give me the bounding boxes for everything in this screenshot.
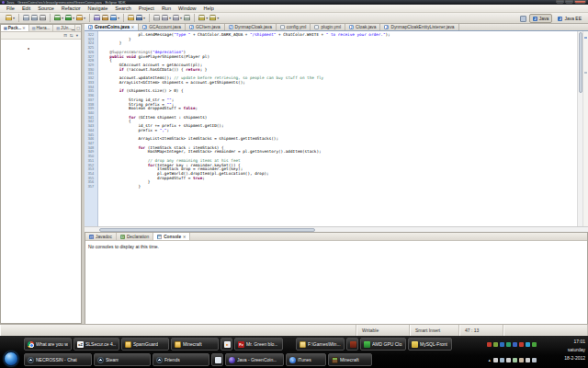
- view-menu-icon[interactable]: ▾: [76, 33, 78, 39]
- start-button[interactable]: [4, 351, 18, 366]
- taskbar-button-game[interactable]: [346, 338, 358, 351]
- view-tab-hiera[interactable]: ▤Hiera...: [29, 25, 54, 31]
- menu-help[interactable]: Help: [200, 5, 218, 12]
- tray-icon[interactable]: [493, 342, 498, 347]
- taskbar-button-slsecur-ce-4[interactable]: cZSLSecur.ce 4...: [74, 338, 119, 351]
- taskbar-button-notes[interactable]: [211, 353, 223, 366]
- menu-refactor[interactable]: Refactor: [58, 5, 85, 12]
- tray-icon[interactable]: [493, 358, 498, 362]
- mark-occurrences-icon[interactable]: [153, 15, 160, 21]
- menu-file[interactable]: File: [3, 5, 18, 12]
- open-task-icon[interactable]: [128, 15, 134, 21]
- last-edit-location-icon[interactable]: [184, 15, 190, 21]
- menu-search[interactable]: Search: [111, 5, 134, 12]
- editor-tab-gcaccount-java[interactable]: JGCAccount.java: [139, 24, 186, 30]
- editor-tab-config-yml[interactable]: config.yml: [277, 24, 311, 30]
- tray-icon[interactable]: [500, 342, 504, 347]
- taskbar-button-steam[interactable]: Steam: [94, 353, 151, 366]
- dropdown-arrow-icon[interactable]: ▾: [217, 16, 219, 20]
- view-tab-pack[interactable]: ▤Pack...✕: [1, 25, 29, 31]
- collapse-all-icon[interactable]: ⊟: [63, 33, 67, 39]
- close-button[interactable]: [574, 0, 586, 4]
- menu-window[interactable]: Window: [175, 5, 200, 12]
- next-annotation-icon[interactable]: [162, 15, 168, 21]
- closed-arrow-icon[interactable]: ▸: [27, 47, 29, 51]
- new-java-package-icon[interactable]: [102, 15, 108, 21]
- editor-tab-dynmapcloakentitylistener-java[interactable]: JDynmapCloakEntityListener.java: [380, 24, 458, 30]
- maximize-button[interactable]: [565, 0, 573, 4]
- editor-tab-gcitem-java[interactable]: JGCItem.java: [186, 24, 225, 30]
- new-wizard-icon[interactable]: [6, 15, 12, 21]
- tray-icon[interactable]: [526, 358, 530, 362]
- link-with-editor-icon[interactable]: ⇆: [70, 33, 74, 39]
- taskbar-button-friends[interactable]: Friends: [153, 353, 209, 366]
- save-icon[interactable]: [23, 15, 29, 21]
- dropdown-arrow-icon[interactable]: ▾: [62, 16, 63, 20]
- back-icon[interactable]: [198, 15, 205, 21]
- taskbar-button-amd-gpu-clo[interactable]: AMD GPU Clo...: [360, 338, 406, 351]
- view-tab-declaration[interactable]: DDeclaration: [117, 233, 153, 240]
- menu-run[interactable]: Run: [158, 5, 175, 12]
- taskbar-button-necrossin-chat[interactable]: NECROSSIN - Chat: [24, 353, 92, 366]
- print-icon[interactable]: [40, 15, 46, 21]
- close-view-icon[interactable]: ✕: [183, 233, 186, 241]
- minimize-button[interactable]: [556, 0, 564, 4]
- taskbar-button-itunes[interactable]: ♪iTunes: [286, 353, 326, 366]
- previous-annotation-icon[interactable]: [173, 15, 179, 21]
- run-icon[interactable]: [65, 15, 72, 21]
- menu-navigate[interactable]: Navigate: [85, 5, 112, 12]
- save-all-icon[interactable]: [31, 15, 38, 21]
- open-perspective-icon[interactable]: [520, 16, 526, 22]
- editor-tab-greencoins-java[interactable]: JGreenCoins.java✕: [85, 24, 139, 30]
- forward-icon[interactable]: [209, 15, 216, 21]
- run-external-tools-icon[interactable]: [76, 15, 83, 21]
- dropdown-arrow-icon[interactable]: ▾: [73, 16, 74, 20]
- tray-expand-icon[interactable]: ▴: [488, 357, 491, 362]
- taskbar-clock[interactable]: 17:01 saturday 18-2-2012: [539, 338, 585, 362]
- new-java-project-icon[interactable]: [94, 15, 100, 21]
- debug-icon[interactable]: [54, 15, 61, 21]
- overview-mark[interactable]: [584, 37, 587, 39]
- tree-item-greenspace[interactable]: ▸GreenSpace: [25, 41, 29, 56]
- dropdown-arrow-icon[interactable]: ▾: [206, 16, 208, 20]
- taskbar-button-mr-green-blo[interactable]: FzMr. Green blo...: [234, 338, 283, 351]
- dropdown-arrow-icon[interactable]: ▾: [143, 16, 145, 20]
- view-tab-console[interactable]: ▤Console✕: [153, 233, 190, 240]
- tray-icon[interactable]: [513, 342, 517, 347]
- maximize-view-icon[interactable]: ◻: [76, 25, 80, 32]
- editor-tab-dynmapcloak-java[interactable]: JDynmapCloak.java: [225, 24, 277, 30]
- perspective-java[interactable]: JJava: [529, 14, 553, 23]
- taskbar-button-java-greencoin[interactable]: Java - GreenCoin...: [225, 353, 284, 366]
- menu-source[interactable]: Source: [34, 5, 57, 12]
- tray-icon[interactable]: [513, 358, 517, 362]
- tray-icon[interactable]: [519, 358, 524, 362]
- overview-mark[interactable]: [584, 72, 587, 74]
- perspective-java-ee[interactable]: JJava EE: [555, 15, 584, 22]
- tray-icon[interactable]: [519, 342, 524, 347]
- taskbar-button-mysql-front[interactable]: MySQL-Front: [408, 338, 452, 351]
- vertical-scrollbar-thumb[interactable]: [579, 32, 582, 93]
- dropdown-arrow-icon[interactable]: ▾: [180, 16, 182, 20]
- menu-project[interactable]: Project: [135, 5, 158, 12]
- taskbar-button-f-games-min[interactable]: F:\Games\Min...: [296, 338, 345, 351]
- tray-icon[interactable]: [526, 342, 530, 347]
- tray-icon[interactable]: [506, 342, 511, 347]
- tray-icon[interactable]: [506, 358, 511, 362]
- taskbar-button-minecraft[interactable]: Minecraft: [171, 338, 219, 351]
- dropdown-arrow-icon[interactable]: ▾: [169, 16, 171, 20]
- dropdown-arrow-icon[interactable]: ▾: [84, 16, 85, 20]
- search-icon[interactable]: [136, 15, 142, 21]
- tray-icon[interactable]: [500, 358, 504, 362]
- taskbar-button-media-player[interactable]: ▸: [220, 338, 232, 351]
- taskbar-button-minecraft[interactable]: Minecraft: [328, 353, 372, 366]
- taskbar-button-what-are-you-w[interactable]: What are you w...: [24, 338, 72, 351]
- editor-tab-plugin-yml[interactable]: plugin.yml: [311, 24, 345, 30]
- taskbar-button-spamguard[interactable]: SpamGuard: [121, 338, 169, 351]
- tray-icon[interactable]: [487, 342, 492, 347]
- tray-icon[interactable]: [532, 342, 537, 347]
- close-view-icon[interactable]: ✕: [22, 25, 25, 32]
- new-java-class-icon[interactable]: [110, 15, 117, 21]
- close-tab-icon[interactable]: ✕: [131, 24, 134, 31]
- minimize-view-icon[interactable]: ▁: [72, 25, 74, 32]
- dropdown-arrow-icon[interactable]: ▾: [13, 16, 15, 20]
